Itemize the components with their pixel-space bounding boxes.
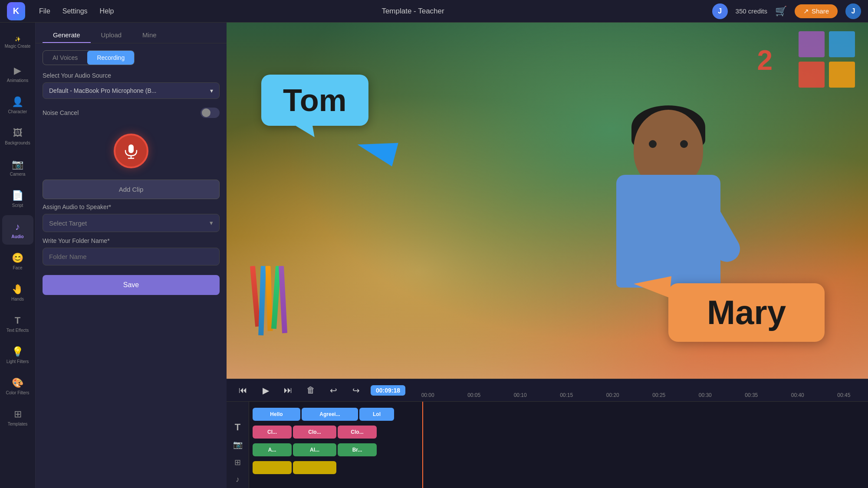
- credits-display: 350 credits: [736, 7, 767, 15]
- template-title: Template - Teacher: [381, 7, 444, 16]
- audio-source-dropdown[interactable]: Default - MacBook Pro Microphone (B... ▾: [43, 82, 220, 99]
- tab-upload[interactable]: Upload: [91, 28, 132, 43]
- cart-icon[interactable]: 🛒: [775, 6, 787, 17]
- nav-help[interactable]: Help: [100, 7, 114, 15]
- assign-section: Assign Audio to Speaker* Select Target ▾: [36, 203, 227, 237]
- playback-bar: ⏮ ▶ ⏭ 🗑 ↩ ↪ 00:09:18 00:00 00:05 00:10 0…: [227, 379, 868, 401]
- time-mark-3: 00:15: [560, 392, 573, 398]
- sidebar-item-character[interactable]: 👤 Character: [2, 90, 33, 120]
- hands-icon: 🤚: [12, 284, 23, 295]
- delete-button[interactable]: 🗑: [303, 383, 319, 398]
- sidebar-item-backgrounds[interactable]: 🖼 Backgrounds: [2, 121, 33, 151]
- timeline-content: Hello Agreei... Lol Cl... Clo... Clo... …: [249, 402, 868, 488]
- user-avatar: J: [712, 3, 728, 19]
- templates-icon: ⊞: [14, 409, 22, 420]
- noise-cancel-label: Noise Cancel: [43, 109, 79, 116]
- share-button[interactable]: ↗ Share: [795, 4, 838, 18]
- audio-source-value: Default - MacBook Pro Microphone (B...: [49, 87, 156, 94]
- svg-rect-5: [799, 62, 825, 88]
- timeline-row-camera: Cl... Clo... Clo...: [249, 424, 868, 440]
- speech-bubble-mary: Mary: [668, 283, 825, 342]
- nav-file[interactable]: File: [39, 7, 50, 15]
- scene-track-icon[interactable]: ⊞: [227, 454, 249, 471]
- clip-a1[interactable]: A...: [253, 443, 292, 456]
- light-filters-icon: 💡: [12, 346, 23, 357]
- audio-track-icon[interactable]: ♪: [227, 472, 249, 488]
- sidebar-item-hands[interactable]: 🤚 Hands: [2, 278, 33, 307]
- sidebar-item-animations[interactable]: ▶ Animations: [2, 59, 33, 88]
- time-mark-6: 00:30: [699, 392, 712, 398]
- sidebar-item-magic-create[interactable]: ✨ Magic Create: [2, 28, 33, 57]
- clip-hello[interactable]: Hello: [253, 408, 300, 421]
- sidebar-label-light-filters: Light Filters: [7, 359, 29, 364]
- noise-toggle-dot: [202, 108, 210, 117]
- sidebar-item-script[interactable]: 📄 Script: [2, 184, 33, 213]
- sidebar-item-light-filters[interactable]: 💡 Light Filters: [2, 340, 33, 370]
- assign-label: Assign Audio to Speaker*: [43, 203, 220, 210]
- noise-cancel-toggle[interactable]: [201, 108, 220, 118]
- sidebar-item-color-filters[interactable]: 🎨 Color Filters: [2, 371, 33, 401]
- text-effects-icon: T: [15, 315, 20, 326]
- sidebar-label-face: Face: [13, 265, 22, 270]
- sidebar-item-camera[interactable]: 📷 Camera: [2, 153, 33, 182]
- tab-generate[interactable]: Generate: [43, 28, 91, 43]
- video-canvas: 2 π Tom: [227, 23, 868, 379]
- redo-button[interactable]: ↪: [348, 383, 364, 398]
- noise-cancel-row: Noise Cancel: [36, 106, 227, 123]
- sidebar-item-face[interactable]: 😊 Face: [2, 246, 33, 276]
- sidebar-item-templates[interactable]: ⊞ Templates: [2, 403, 33, 432]
- nav-settings[interactable]: Settings: [62, 7, 88, 15]
- pencils-deco: [253, 266, 286, 335]
- ai-voices-btn[interactable]: AI Voices: [43, 51, 87, 65]
- sidebar-label-text-effects: Text Effects: [7, 328, 29, 333]
- folder-name-input[interactable]: [43, 248, 220, 265]
- recording-btn[interactable]: Recording: [87, 51, 134, 65]
- clip-lol[interactable]: Lol: [359, 408, 394, 421]
- timeline-ruler-bar: 00:00 00:05 00:10 00:15 00:20 00:25 00:3…: [412, 383, 859, 398]
- sidebar-item-audio[interactable]: ♪ Audio: [2, 215, 33, 245]
- audio-source-label: Select Your Audio Source: [43, 72, 220, 79]
- sidebar-label-backgrounds: Backgrounds: [5, 141, 30, 145]
- text-track-icon[interactable]: T: [227, 419, 249, 436]
- clip-cl1[interactable]: Cl...: [253, 426, 292, 439]
- clip-al[interactable]: Al...: [293, 443, 336, 456]
- time-mark-9: 00:45: [837, 392, 850, 398]
- play-button[interactable]: ▶: [258, 383, 273, 398]
- side-panel: Generate Upload Mine AI Voices Recording…: [36, 23, 227, 488]
- sidebar-label-audio: Audio: [11, 234, 23, 239]
- clip-agreei[interactable]: Agreei...: [302, 408, 358, 421]
- folder-label: Write Your Folder Name*: [43, 237, 220, 244]
- target-dropdown[interactable]: Select Target ▾: [43, 214, 220, 232]
- add-clip-button[interactable]: Add Clip: [43, 180, 220, 199]
- tab-mine[interactable]: Mine: [132, 28, 167, 43]
- undo-button[interactable]: ↩: [326, 383, 341, 398]
- sidebar-label-script: Script: [12, 203, 23, 208]
- backgrounds-icon: 🖼: [13, 128, 23, 139]
- clip-clo3[interactable]: Clo...: [338, 426, 377, 439]
- clip-br[interactable]: Br...: [338, 443, 377, 456]
- mic-area: [36, 123, 227, 175]
- magic-create-icon: ✨: [15, 36, 21, 42]
- sidebar-label-hands: Hands: [11, 297, 24, 301]
- sidebar-item-text-effects[interactable]: T Text Effects: [2, 309, 33, 338]
- save-button[interactable]: Save: [43, 275, 220, 295]
- target-chevron-icon: ▾: [210, 219, 213, 227]
- clip-yellow-2[interactable]: [293, 461, 336, 474]
- timeline-playhead: [422, 402, 423, 488]
- animations-icon: ▶: [14, 65, 21, 76]
- timeline-rows: Hello Agreei... Lol Cl... Clo... Clo... …: [249, 402, 868, 476]
- timeline-row-audio: [249, 459, 868, 476]
- sidebar-label-templates: Templates: [8, 422, 28, 426]
- skip-forward-button[interactable]: ⏭: [280, 383, 296, 398]
- clip-yellow-1[interactable]: [253, 461, 292, 474]
- face-icon: 😊: [12, 252, 23, 264]
- camera-track-icon[interactable]: 📷: [227, 436, 249, 453]
- current-time-display: 00:09:18: [371, 385, 405, 396]
- character-icon: 👤: [12, 96, 23, 108]
- mic-record-button[interactable]: [114, 134, 148, 168]
- clip-clo2[interactable]: Clo...: [293, 426, 336, 439]
- folder-section: Write Your Folder Name*: [36, 237, 227, 271]
- skip-back-button[interactable]: ⏮: [235, 383, 251, 398]
- nav-right: J 350 credits 🛒 ↗ Share J: [712, 3, 861, 19]
- svg-rect-0: [128, 144, 134, 153]
